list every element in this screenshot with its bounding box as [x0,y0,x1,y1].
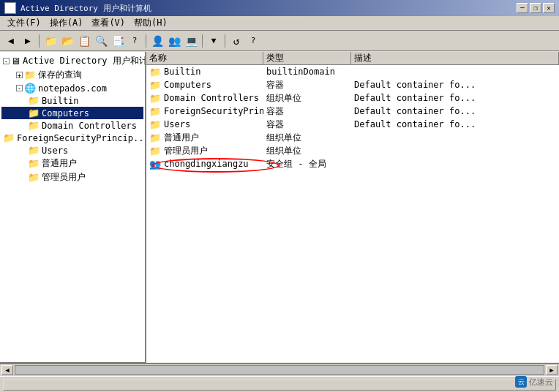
tree-item-builtin[interactable]: 📁 Builtin [1,94,143,107]
tree-pane: - 🖥 Active Directory 用户和计算机 + 📁 保存的查询 - … [0,52,146,363]
tree-builtin-label: Builtin [42,96,79,106]
toolbar-btn-refresh[interactable]: ↺ [228,33,244,49]
close-button[interactable]: ✕ [543,3,555,13]
chongding-row-icon: 👥 [149,159,161,170]
tree-item-general-users[interactable]: 📁 普通用户 [1,157,143,170]
window-title: Active Directory 用户和计算机 [20,3,151,14]
domain-controllers-row-desc: Default container fo... [351,91,559,105]
toolbar-btn-9[interactable]: 💻 [183,33,199,49]
chongding-row-name: chongdingxiangzu [164,159,249,169]
toolbar-btn-2[interactable]: 📂 [59,33,75,49]
menu-help[interactable]: 帮助(H) [130,16,172,30]
title-bar: AD Active Directory 用户和计算机 ─ ❐ ✕ [0,0,559,16]
list-row-foreignsecprin[interactable]: 📁 ForeignSecurityPrin... 容器 Default cont… [146,105,559,118]
general-users-row-icon: 📁 [149,132,161,143]
tree-notepados-label: notepados.com [38,83,107,94]
list-row-general-users[interactable]: 📁 普通用户 组织单位 [146,131,559,144]
computers-row-name: Computers [164,80,211,90]
list-row-domain-controllers[interactable]: 📁 Domain Controllers 组织单位 Default contai… [146,91,559,105]
admin-users-row-desc [351,144,559,157]
toolbar-btn-5[interactable]: 📑 [110,33,126,49]
horizontal-scrollbar: ◀ ▶ [0,363,559,376]
forward-button[interactable]: ▶ [20,33,36,49]
admin-users-row-type: 组织单位 [263,144,351,157]
tree-domain-controllers-label: Domain Controllers [42,121,137,131]
chongding-row-type: 安全组 - 全局 [263,157,351,170]
minimize-button[interactable]: ─ [517,3,528,13]
saved-queries-icon: 📁 [24,69,36,80]
list-pane: 名称 类型 描述 📁 Builtin builtinDomain 📁 Compu… [146,52,559,363]
users-row-icon: 📁 [149,119,161,130]
notepados-icon: 🌐 [24,83,36,94]
tree-item-admin-users[interactable]: 📁 管理员用户 [1,170,143,184]
col-header-description[interactable]: 描述 [351,52,559,64]
toolbar-btn-filter[interactable]: ▼ [206,33,222,49]
expander-saved-queries[interactable]: + [16,72,23,78]
toolbar-btn-6[interactable]: ? [127,33,143,49]
list-row-users[interactable]: 📁 Users 容器 Default container fo... [146,118,559,131]
toolbar-btn-4[interactable]: 🔍 [93,33,109,49]
col-header-name[interactable]: 名称 [146,52,263,64]
foreignsecurity-icon: 📁 [3,132,15,143]
expander-notepados[interactable]: - [16,85,23,91]
menu-action[interactable]: 操作(A) [45,16,88,30]
domain-controllers-row-type: 组织单位 [263,91,351,105]
status-bar [0,376,559,392]
domain-controllers-icon: 📁 [28,120,40,131]
list-header: 名称 类型 描述 [146,52,559,65]
toolbar: ◀ ▶ 📁 📂 📋 🔍 📑 ? 👤 👥 💻 ▼ ↺ ? [0,31,559,51]
tree-item-domain-controllers[interactable]: 📁 Domain Controllers [1,119,143,132]
tree-item-users[interactable]: 📁 Users [1,144,143,157]
tree-item-root[interactable]: - 🖥 Active Directory 用户和计算机 [1,54,143,68]
scroll-right-button[interactable]: ▶ [546,365,558,375]
users-row-desc: Default container fo... [351,118,559,131]
foreignsecprin-row-name: ForeignSecurityPrin... [164,106,263,116]
list-row-chongding[interactable]: 👥 chongdingxiangzu 安全组 - 全局 [146,157,559,170]
watermark: 云 亿速云 [515,376,553,388]
tree-root-label: Active Directory 用户和计算机 [23,55,146,67]
scroll-track[interactable] [15,365,544,375]
toolbar-btn-8[interactable]: 👥 [166,33,182,49]
window-controls: ─ ❐ ✕ [517,3,555,13]
general-users-row-name: 普通用户 [164,132,199,144]
tree-item-notepados[interactable]: - 🌐 notepados.com [1,82,143,94]
restore-button[interactable]: ❐ [530,3,541,13]
expander-root[interactable]: - [3,58,10,64]
builtin-icon: 📁 [28,95,40,106]
menu-file[interactable]: 文件(F) [3,16,45,30]
computers-row-desc: Default container fo... [351,78,559,91]
computers-row-icon: 📁 [149,80,161,91]
tree-item-saved-queries[interactable]: + 📁 保存的查询 [1,68,143,82]
toolbar-btn-help[interactable]: ? [245,33,261,49]
tree-item-foreignsecurity[interactable]: 📁 ForeignSecurityPrincip... [1,132,143,144]
watermark-icon: 云 [515,376,527,388]
users-row-name: Users [164,119,190,129]
foreignsecprin-row-icon: 📁 [149,106,161,117]
back-button[interactable]: ◀ [3,33,19,49]
watermark-text: 亿速云 [529,377,553,388]
tree-computers-label: Computers [42,108,89,118]
admin-users-row-name: 管理员用户 [164,145,208,157]
list-row-builtin[interactable]: 📁 Builtin builtinDomain [146,65,559,78]
menu-view[interactable]: 查看(V) [87,16,130,30]
list-row-computers[interactable]: 📁 Computers 容器 Default container fo... [146,78,559,91]
tree-foreignsecurity-label: ForeignSecurityPrincip... [17,133,146,143]
users-row-type: 容器 [263,118,351,131]
general-users-row-desc [351,131,559,144]
tree-item-computers[interactable]: 📁 Computers [1,107,143,119]
foreignsecprin-row-desc: Default container fo... [351,105,559,118]
toolbar-btn-7[interactable]: 👤 [149,33,165,49]
builtin-row-name: Builtin [164,67,201,77]
list-row-admin-users[interactable]: 📁 管理员用户 组织单位 [146,144,559,157]
tree-general-users-label: 普通用户 [42,157,77,170]
toolbar-btn-1[interactable]: 📁 [42,33,59,49]
col-header-type[interactable]: 类型 [263,52,351,64]
general-users-icon: 📁 [28,158,40,169]
toolbar-btn-3[interactable]: 📋 [76,33,92,49]
users-icon: 📁 [28,145,40,156]
admin-users-row-icon: 📁 [149,146,161,157]
computers-icon: 📁 [28,108,40,118]
scroll-left-button[interactable]: ◀ [1,365,13,375]
tree-admin-users-label: 管理员用户 [42,171,86,184]
toolbar-separator-4 [225,34,225,48]
